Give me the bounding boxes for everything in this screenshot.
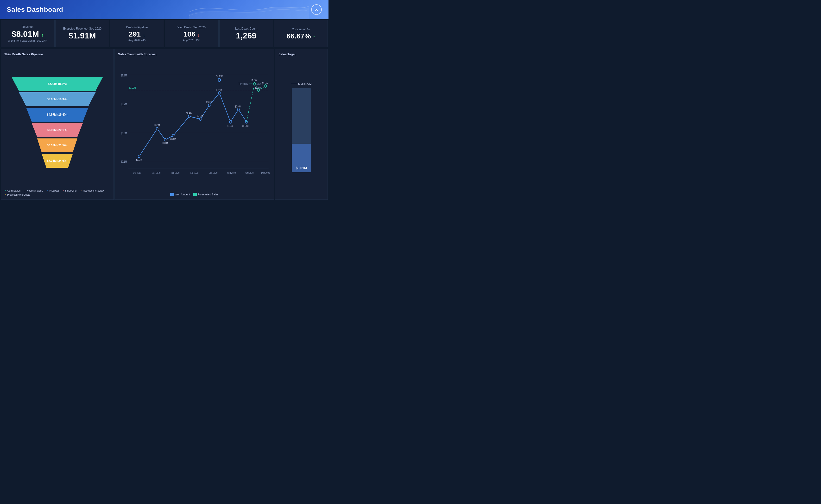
kpi-expected-label: Exepcted Revenue: Sep 2020 <box>59 27 105 30</box>
funnel-layer-0: $2.43M (8.2%) <box>12 77 103 92</box>
header: Sales Dashboard ∞ <box>0 0 328 19</box>
svg-text:$0.65M: $0.65M <box>235 105 241 108</box>
svg-point-33 <box>229 120 231 123</box>
funnel-legend-item-5: ✓ Proposal/Price Quote <box>4 193 30 196</box>
kpi-revenue-sub: % Diff from Last Month : 107.27% <box>5 39 50 42</box>
funnel-layer-2: $4.57M (15.4%) <box>12 108 103 123</box>
funnel-container: $2.43M (8.2%)$3.05M (10.3%)$4.57M (15.4%… <box>4 58 110 187</box>
svg-point-36 <box>218 78 220 82</box>
kpi-won-deals: Won Deals: Sep 2020 106 ↓ Aug 2020: 198 <box>165 20 219 47</box>
svg-point-30 <box>199 118 201 120</box>
brand-logo: ∞ <box>311 4 322 15</box>
funnel-layer-svg-0: $2.43M (8.2%) <box>12 77 103 91</box>
svg-text:Oct 2019: Oct 2019 <box>133 171 141 174</box>
svg-text:$6.38M (21.5%): $6.38M (21.5%) <box>47 144 67 147</box>
funnel-layer-4: $6.38M (21.5%) <box>12 138 103 153</box>
kpi-deals-label: Deals in Pipeline <box>114 26 160 29</box>
arrow-up-icon: ↑ <box>41 32 44 38</box>
svg-point-34 <box>237 108 239 111</box>
svg-point-26 <box>156 127 158 130</box>
chart-legend: Won Amount Forecasted Sales <box>118 193 270 196</box>
kpi-won-label: Won Deals: Sep 2020 <box>169 26 214 29</box>
chart-title: Sales Trend with Forecast <box>118 52 270 56</box>
funnel-layer-svg-3: $5.97M (20.1%) <box>12 123 103 137</box>
svg-text:Jun 2020: Jun 2020 <box>209 171 218 174</box>
logo-icon: ∞ <box>314 6 318 13</box>
svg-text:$7.31M (24.6%): $7.31M (24.6%) <box>47 159 67 162</box>
legend-label-4: Negotiation/Review <box>83 189 104 192</box>
funnel-legend-item-3: ✓ Initial Offer <box>62 189 77 192</box>
target-bar-wrapper: $8.01M <box>292 88 311 172</box>
svg-text:$3.05M (10.3%): $3.05M (10.3%) <box>47 98 67 101</box>
svg-text:Dec 2019: Dec 2019 <box>152 171 161 174</box>
check-icon-1: ✓ <box>24 189 26 192</box>
legend-won: Won Amount <box>170 193 190 196</box>
svg-text:$1.3M: $1.3M <box>121 74 127 77</box>
kpi-expected-revenue: Exepcted Revenue: Sep 2020 $1.91M <box>55 20 109 47</box>
kpi-row: Revenue $8.01M ↑ % Diff from Last Month … <box>0 19 328 48</box>
svg-text:$2.43M (8.2%): $2.43M (8.2%) <box>48 82 67 86</box>
kpi-conversion-label: Conversion % <box>278 28 324 31</box>
svg-text:$0.18M: $0.18M <box>136 158 142 161</box>
kpi-revenue-label: Revenue <box>5 25 50 29</box>
svg-text:$1.00M: $1.00M <box>129 86 136 89</box>
funnel-legend-item-0: ✓ Qualification <box>4 189 20 192</box>
funnel-layer-svg-1: $3.05M (10.3%) <box>12 92 103 106</box>
svg-text:Oct 2020: Oct 2020 <box>245 171 254 174</box>
legend-label-1: Needs Analysis <box>27 189 43 192</box>
funnel-layer-svg-4: $6.38M (21.5%) <box>12 138 103 152</box>
legend-label-2: Prospect <box>49 189 59 192</box>
svg-text:Dec 2020: Dec 2020 <box>261 171 270 174</box>
svg-point-51 <box>264 85 266 87</box>
svg-text:$0.22M: $0.22M <box>162 142 168 144</box>
legend-label-3: Initial Offer <box>65 189 77 192</box>
funnel-layer-3: $5.97M (20.1%) <box>12 123 103 138</box>
funnel-layer-svg-2: $4.57M (15.4%) <box>12 108 103 122</box>
check-icon-5: ✓ <box>4 193 6 196</box>
svg-text:$0.41M: $0.41M <box>154 124 160 126</box>
svg-text:$0.26M: $0.26M <box>170 137 176 140</box>
svg-text:$0.42M: $0.42M <box>197 115 203 117</box>
main-content: This Month Sales Pipeline $2.43M (8.2%)$… <box>0 48 328 200</box>
svg-text:$4.57M (15.4%): $4.57M (15.4%) <box>47 113 67 116</box>
kpi-lost-label: Lost Deals Count <box>223 27 269 30</box>
svg-text:Apr 2020: Apr 2020 <box>190 171 198 174</box>
arrow-down-icon-2: ↓ <box>197 32 200 37</box>
kpi-deals-sub: Aug 2020: 445 <box>114 39 160 42</box>
current-value-label: $8.01M <box>292 166 311 170</box>
svg-point-31 <box>208 104 210 106</box>
legend-forecast-label: Forecasted Sales <box>198 193 219 196</box>
svg-text:$0.67M: $0.67M <box>206 101 212 104</box>
svg-text:$1.26M: $1.26M <box>251 79 257 81</box>
svg-text:$0.45M: $0.45M <box>227 125 233 127</box>
target-line-indicator <box>291 84 297 84</box>
legend-won-label: Won Amount <box>175 193 190 196</box>
kpi-deals-value: 291 ↓ <box>114 30 160 38</box>
funnel-legend-item-1: ✓ Needs Analysis <box>24 189 43 192</box>
svg-point-32 <box>218 92 220 94</box>
kpi-conversion: Conversion % 66.67% ↑ <box>274 20 328 47</box>
svg-point-29 <box>188 115 190 118</box>
forecast-legend-color <box>193 193 197 196</box>
svg-text:$1.02M: $1.02M <box>255 87 261 89</box>
kpi-won-sub: Aug 2020: 198 <box>169 39 214 42</box>
svg-text:$0.91M: $0.91M <box>216 89 222 91</box>
legend-label-0: Qualification <box>7 189 20 192</box>
check-icon-3: ✓ <box>62 189 64 192</box>
target-info: $23.8827M <box>291 82 311 85</box>
svg-point-49 <box>253 82 255 85</box>
check-icon-0: ✓ <box>4 189 6 192</box>
legend-label-5: Proposal/Price Quote <box>7 193 30 196</box>
target-panel: Sales Taget $23.8827M $8.01M <box>275 49 328 200</box>
check-icon-2: ✓ <box>46 189 48 192</box>
kpi-expected-value: $1.91M <box>59 31 105 40</box>
funnel-layer-1: $3.05M (10.3%) <box>12 92 103 107</box>
target-value-label: $23.8827M <box>298 82 311 85</box>
svg-text:Aug 2020: Aug 2020 <box>227 171 236 174</box>
kpi-deals-pipeline: Deals in Pipeline 291 ↓ Aug 2020: 445 <box>110 20 164 47</box>
kpi-conversion-value: 66.67% ↑ <box>278 32 324 40</box>
kpi-revenue-value: $8.01M ↑ <box>5 30 50 38</box>
funnel-legend-item-4: ✓ Negotiation/Review <box>80 189 104 192</box>
svg-point-27 <box>164 138 166 141</box>
arrow-down-icon: ↓ <box>143 32 145 37</box>
